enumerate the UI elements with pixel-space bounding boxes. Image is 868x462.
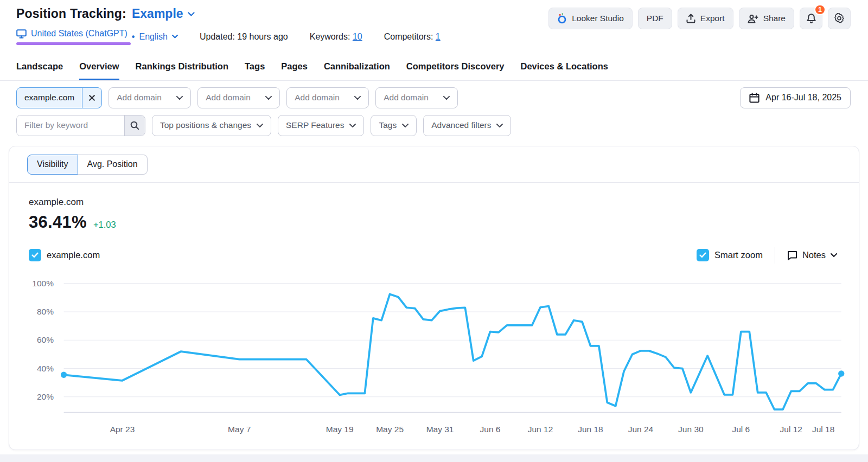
- toggle-visibility[interactable]: Visibility: [27, 155, 78, 175]
- topbar: Position Tracking: Example United States…: [0, 0, 868, 45]
- notifications-button[interactable]: 1: [800, 8, 822, 29]
- x-axis-tick: Jun 30: [678, 424, 704, 433]
- pdf-button[interactable]: PDF: [638, 8, 672, 29]
- project-name: Example: [132, 7, 183, 21]
- metric-toggle: Visibility Avg. Position: [27, 155, 148, 175]
- chevron-down-icon: [265, 96, 272, 100]
- topbar-actions: Looker Studio PDF Export Share 1: [548, 7, 851, 29]
- divider: [775, 247, 775, 264]
- notes-button[interactable]: Notes: [787, 250, 837, 260]
- advanced-filters[interactable]: Advanced filters: [423, 115, 511, 136]
- add-domain-button-3[interactable]: Add domain: [286, 87, 369, 108]
- add-domain-label: Add domain: [384, 93, 429, 102]
- metric-toggle-row: Visibility Avg. Position: [9, 146, 859, 183]
- updated-label: Updated:: [200, 32, 235, 41]
- domain-filter-row: example.com Add domain Add domain Add do…: [0, 81, 868, 108]
- competitors-info: Competitors: 1: [384, 32, 441, 42]
- keyword-filter-row: Top positions & changes SERP Features Ta…: [0, 108, 868, 136]
- language-selector[interactable]: English: [139, 32, 177, 42]
- domain-chip: example.com: [16, 87, 102, 108]
- advanced-filters-label: Advanced filters: [431, 120, 491, 130]
- language-label: English: [139, 32, 167, 42]
- page-title: Position Tracking:: [16, 7, 126, 21]
- add-domain-label: Add domain: [206, 93, 251, 102]
- add-domain-button-2[interactable]: Add domain: [197, 87, 280, 108]
- tab-competitors-discovery[interactable]: Competitors Discovery: [406, 58, 505, 80]
- visibility-card: Visibility Avg. Position example.com 36.…: [9, 146, 859, 450]
- tab-landscape[interactable]: Landscape: [16, 58, 63, 80]
- x-axis-tick: May 19: [326, 424, 354, 433]
- top-positions-label: Top positions & changes: [160, 120, 251, 130]
- tab-tags[interactable]: Tags: [245, 58, 265, 80]
- date-range-picker[interactable]: Apr 16-Jul 18, 2025: [740, 87, 851, 108]
- notification-badge: 1: [814, 4, 826, 15]
- x-axis-tick: Apr 23: [110, 424, 135, 433]
- visibility-chart[interactable]: 100%80%60%40%20%Apr 23May 7May 19May 25M…: [21, 269, 845, 438]
- location-link[interactable]: United States (ChatGPT): [16, 29, 127, 39]
- x-axis-tick: May 25: [376, 424, 404, 433]
- serp-features-label: SERP Features: [286, 120, 344, 130]
- competitors-label: Competitors:: [384, 32, 433, 41]
- tab-cannibalization[interactable]: Cannibalization: [324, 58, 390, 80]
- chevron-down-icon: [402, 124, 409, 127]
- looker-studio-label: Looker Studio: [572, 14, 624, 23]
- y-axis-tick: 80%: [37, 307, 54, 316]
- close-icon: [88, 94, 95, 101]
- x-axis-tick: Jul 12: [780, 424, 802, 433]
- series-checkbox[interactable]: [29, 249, 41, 261]
- x-axis-tick: Jun 6: [480, 424, 501, 433]
- check-icon: [699, 252, 706, 258]
- keyword-filter-input[interactable]: [17, 116, 124, 136]
- chevron-down-icon: [176, 96, 183, 100]
- add-domain-button-4[interactable]: Add domain: [375, 87, 458, 108]
- tab-rankings-distribution[interactable]: Rankings Distribution: [136, 58, 228, 80]
- settings-button[interactable]: [828, 8, 851, 29]
- tab-devices-locations[interactable]: Devices & Locations: [521, 58, 608, 80]
- updated-info: Updated: 19 hours ago: [200, 32, 288, 42]
- looker-studio-button[interactable]: Looker Studio: [548, 8, 633, 29]
- chevron-down-icon: [831, 253, 837, 257]
- chevron-down-icon: [188, 12, 195, 16]
- gear-icon: [834, 13, 845, 24]
- last-point-dot: [838, 370, 844, 376]
- calendar-icon: [749, 93, 760, 103]
- keywords-info: Keywords: 10: [310, 32, 362, 42]
- metric-value: 36.41%: [29, 213, 87, 232]
- x-axis-tick: Jun 12: [528, 424, 553, 433]
- project-meta-row: United States (ChatGPT) • English Update…: [16, 29, 441, 45]
- tags-filter[interactable]: Tags: [371, 115, 417, 136]
- search-icon: [130, 121, 139, 130]
- check-icon: [31, 252, 39, 258]
- share-person-icon: [748, 14, 758, 23]
- keywords-count-link[interactable]: 10: [353, 32, 362, 41]
- metric-domain: example.com: [29, 197, 859, 208]
- competitors-count-link[interactable]: 1: [436, 32, 441, 41]
- keyword-search-button[interactable]: [124, 116, 145, 136]
- top-positions-filter[interactable]: Top positions & changes: [152, 115, 271, 136]
- tab-pages[interactable]: Pages: [281, 58, 308, 80]
- chevron-down-icon: [496, 124, 503, 127]
- keywords-label: Keywords:: [310, 32, 350, 41]
- series-legend: example.com: [29, 249, 100, 261]
- section-tabs: Landscape Overview Rankings Distribution…: [0, 45, 868, 81]
- y-axis-tick: 100%: [32, 279, 54, 288]
- add-domain-label: Add domain: [117, 93, 162, 102]
- tags-filter-label: Tags: [379, 120, 397, 130]
- project-selector[interactable]: Example: [132, 7, 195, 21]
- export-button[interactable]: Export: [678, 8, 733, 29]
- toggle-avg-position[interactable]: Avg. Position: [78, 155, 148, 175]
- y-axis-tick: 60%: [37, 335, 54, 344]
- chart-legend-row: example.com Smart zoom Notes: [9, 232, 859, 264]
- tab-overview[interactable]: Overview: [79, 58, 119, 80]
- remove-domain-button[interactable]: [82, 88, 101, 108]
- share-button[interactable]: Share: [739, 8, 794, 29]
- visibility-metric: example.com 36.41% +1.03: [9, 183, 859, 232]
- smart-zoom-checkbox[interactable]: [697, 249, 709, 261]
- y-axis-tick: 40%: [37, 363, 54, 373]
- pdf-label: PDF: [647, 14, 663, 23]
- add-domain-button-1[interactable]: Add domain: [108, 87, 191, 108]
- serp-features-filter[interactable]: SERP Features: [278, 115, 364, 136]
- domain-chip-label: example.com: [17, 88, 82, 108]
- looker-studio-icon: [557, 13, 567, 24]
- metric-delta: +1.03: [93, 220, 116, 230]
